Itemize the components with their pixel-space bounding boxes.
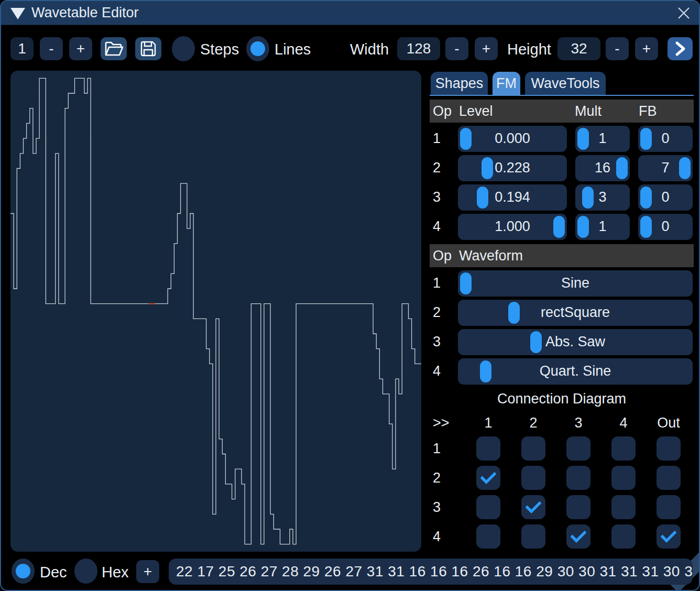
op3-level-slider[interactable]: 0.194	[458, 184, 567, 211]
tab-wavetools[interactable]: WaveTools	[525, 72, 606, 95]
conn-checkbox-3-out[interactable]	[657, 495, 681, 519]
slider-thumb[interactable]	[482, 157, 493, 179]
op2-level-slider[interactable]: 0.228	[458, 155, 567, 181]
connection-diagram-title: Connection Diagram	[430, 391, 694, 407]
slider-thumb[interactable]	[577, 128, 589, 150]
lines-radio[interactable]	[246, 36, 269, 61]
conn-checkbox-2-2[interactable]	[521, 466, 545, 490]
waveform-col-header: Waveform	[459, 248, 523, 264]
slider-thumb[interactable]	[640, 216, 652, 238]
width-minus-button[interactable]: -	[445, 37, 468, 60]
tab-shapes[interactable]: Shapes	[431, 72, 488, 95]
op1-level-slider[interactable]: 0.000	[458, 126, 567, 152]
save-button[interactable]	[135, 37, 161, 60]
conn-checkbox-4-4[interactable]	[611, 524, 636, 549]
conn-checkbox-4-2[interactable]	[521, 524, 545, 549]
slider-thumb[interactable]	[553, 216, 565, 238]
width-plus-button[interactable]: +	[475, 37, 498, 60]
slider-thumb[interactable]	[679, 157, 691, 179]
frame-minus-button[interactable]: -	[40, 37, 63, 60]
slider-thumb[interactable]	[530, 331, 542, 353]
open-folder-icon	[104, 40, 124, 58]
connection-row-3: 3	[430, 495, 694, 521]
conn-checkbox-3-3[interactable]	[566, 495, 590, 519]
op-row-2: 2 0.228 16 7	[430, 155, 694, 181]
slider-thumb[interactable]	[460, 128, 472, 150]
slider-thumb[interactable]	[460, 272, 472, 294]
chevron-right-icon	[673, 40, 687, 58]
close-icon[interactable]	[675, 4, 693, 22]
slider-thumb[interactable]	[577, 216, 589, 238]
conn-checkbox-3-2[interactable]	[521, 495, 545, 519]
window-title: Wavetable Editor	[31, 5, 139, 21]
height-minus-button[interactable]: -	[606, 37, 629, 60]
tab-fm[interactable]: FM	[493, 72, 520, 95]
level-col-header: Level	[459, 103, 493, 119]
op2-fb-slider[interactable]: 7	[638, 155, 693, 181]
conn-checkbox-3-4[interactable]	[611, 495, 636, 519]
slider-thumb[interactable]	[480, 360, 491, 382]
conn-checkbox-1-3[interactable]	[566, 436, 590, 461]
op2-level-value: 0.228	[458, 160, 567, 176]
slider-thumb[interactable]	[616, 157, 628, 179]
conn-checkbox-1-2[interactable]	[521, 436, 545, 461]
op4-waveform-slider[interactable]: Quart. Sine	[458, 358, 693, 385]
dec-radio[interactable]	[12, 559, 35, 584]
conn-checkbox-2-3[interactable]	[566, 466, 590, 490]
slider-thumb[interactable]	[640, 187, 652, 209]
op4-mult-slider[interactable]: 1	[575, 214, 630, 240]
height-value-box[interactable]: 32	[557, 37, 600, 60]
frame-plus-button[interactable]: +	[69, 37, 92, 60]
conn-checkbox-1-out[interactable]	[657, 436, 681, 461]
conn-col-4: 4	[611, 415, 636, 431]
mult-col-header: Mult	[575, 103, 601, 119]
slider-thumb[interactable]	[640, 128, 652, 150]
width-label: Width	[350, 41, 389, 58]
conn-checkbox-2-1[interactable]	[476, 466, 500, 490]
conn-checkbox-2-out[interactable]	[657, 466, 681, 490]
conn-checkbox-3-1[interactable]	[476, 495, 500, 519]
op3-mult-slider[interactable]: 3	[575, 184, 630, 211]
sample-values-text: 22 17 25 26 27 28 29 26 27 31 31 16 16 1…	[176, 563, 693, 580]
op-row-4: 4 1.000 1 0	[430, 214, 694, 240]
op-col-header: Op	[433, 248, 452, 264]
op4-fb-slider[interactable]: 0	[638, 214, 693, 240]
conn-row-label: 2	[433, 470, 441, 486]
op2-waveform-slider[interactable]: rectSquare	[458, 300, 693, 326]
lines-label: Lines	[275, 41, 311, 58]
op2-mult-slider[interactable]: 16	[575, 155, 630, 181]
conn-checkbox-1-1[interactable]	[476, 436, 500, 461]
wavetable-editor-window: Wavetable Editor 1 - + Steps Lines Width…	[0, 0, 700, 591]
hex-radio[interactable]	[74, 559, 97, 584]
frame-index-box[interactable]: 1	[10, 37, 34, 60]
op-number: 3	[433, 189, 441, 205]
op4-level-slider[interactable]: 1.000	[458, 214, 567, 240]
height-plus-button[interactable]: +	[635, 37, 658, 60]
conn-checkbox-4-out[interactable]	[657, 524, 681, 549]
conn-checkbox-4-1[interactable]	[476, 524, 500, 549]
app-triangle-icon	[10, 7, 26, 20]
op-number: 1	[433, 130, 441, 147]
expand-panel-button[interactable]	[668, 37, 693, 60]
add-row-button[interactable]: +	[136, 560, 159, 583]
slider-thumb[interactable]	[508, 302, 520, 324]
conn-col-arrows: >>	[433, 415, 459, 431]
dec-label: Dec	[40, 564, 67, 581]
op1-mult-slider[interactable]: 1	[575, 126, 630, 152]
slider-thumb[interactable]	[477, 187, 488, 209]
op3-waveform-slider[interactable]: Abs. Saw	[458, 329, 693, 355]
op1-fb-slider[interactable]: 0	[638, 126, 693, 152]
sample-values-field[interactable]: 22 17 25 26 27 28 29 26 27 31 31 16 16 1…	[169, 559, 693, 585]
slider-thumb[interactable]	[582, 187, 594, 209]
waveform-row-4: 4 Quart. Sine	[430, 358, 694, 385]
steps-radio[interactable]	[172, 36, 195, 61]
waveform-display[interactable]	[10, 71, 421, 552]
width-value-box[interactable]: 128	[397, 37, 440, 60]
conn-checkbox-4-3[interactable]	[566, 524, 590, 549]
op2-waveform-name: rectSquare	[458, 304, 693, 321]
op3-fb-slider[interactable]: 0	[638, 184, 693, 211]
open-file-button[interactable]	[101, 37, 127, 60]
conn-checkbox-2-4[interactable]	[611, 466, 636, 490]
conn-checkbox-1-4[interactable]	[611, 436, 636, 461]
op1-waveform-slider[interactable]: Sine	[458, 270, 693, 297]
